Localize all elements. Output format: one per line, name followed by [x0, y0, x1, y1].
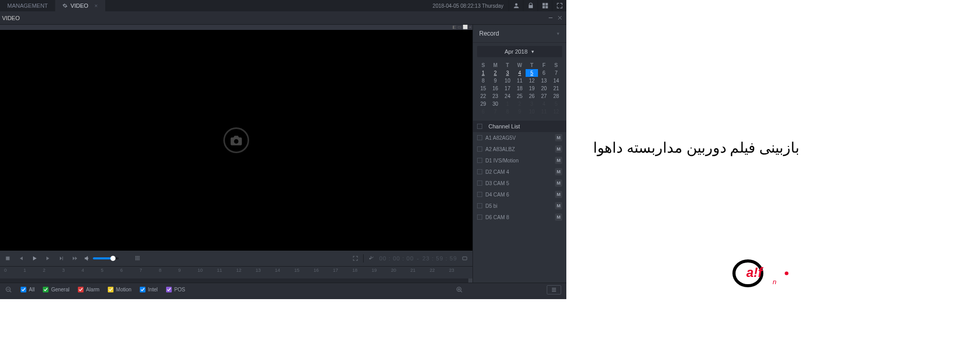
calendar-day[interactable]: 15	[477, 85, 489, 92]
calendar-day[interactable]: 29	[477, 100, 489, 108]
channel-item[interactable]: A1 A82AG5VM	[473, 132, 566, 143]
channel-item[interactable]: D2 CAM 4M	[473, 166, 566, 177]
calendar-day[interactable]: 1	[477, 69, 489, 77]
calendar-day[interactable]: 27	[538, 92, 550, 100]
stream-badge[interactable]: M	[555, 179, 562, 187]
checkbox[interactable]	[477, 203, 482, 208]
volume-slider[interactable]	[93, 257, 119, 259]
channel-item[interactable]: A2 A83ALBZM	[473, 143, 566, 155]
calendar-day[interactable]: 11	[514, 77, 526, 85]
stream-badge[interactable]: M	[555, 191, 562, 198]
calendar-day[interactable]: 6	[538, 69, 550, 77]
calendar-day[interactable]: 4	[538, 100, 550, 108]
list-view-button[interactable]	[547, 285, 561, 294]
play-button[interactable]	[30, 254, 39, 263]
video-viewport[interactable]	[0, 30, 472, 251]
stream-badge[interactable]: M	[555, 134, 562, 141]
calendar-day[interactable]: 2	[489, 69, 502, 77]
checkbox[interactable]	[477, 169, 482, 174]
calendar-day[interactable]: 10	[501, 77, 514, 85]
vt-icon[interactable]: ▭	[458, 25, 462, 30]
calendar-day[interactable]: 22	[477, 92, 489, 100]
channel-item[interactable]: D1 IVS/MotionM	[473, 155, 566, 166]
stream-badge[interactable]: M	[555, 157, 562, 164]
step-fwd-button[interactable]	[43, 254, 53, 263]
calendar-day[interactable]: 9	[489, 77, 502, 85]
calendar-day[interactable]: 5	[526, 69, 538, 77]
clip-button[interactable]	[367, 254, 376, 263]
checkbox[interactable]	[477, 135, 482, 140]
calendar-day[interactable]: 7	[489, 108, 502, 116]
checkbox[interactable]	[477, 180, 482, 186]
filter-all[interactable]: All	[21, 287, 35, 292]
close-icon[interactable]	[555, 13, 564, 23]
calendar-day[interactable]: 1	[501, 100, 514, 108]
month-selector[interactable]: Apr 2018▼	[477, 46, 562, 57]
calendar-day[interactable]: 23	[489, 92, 502, 100]
filter-motion[interactable]: Motion	[108, 287, 132, 292]
checkbox[interactable]	[477, 192, 482, 197]
calendar-day[interactable]: 16	[489, 85, 502, 92]
calendar-day[interactable]: 8	[477, 77, 489, 85]
calendar-day[interactable]: 9	[514, 108, 526, 116]
stream-badge[interactable]: M	[555, 145, 562, 153]
calendar-day[interactable]: 12	[526, 77, 538, 85]
timeline[interactable]: 01234567891011121314151617181920212223	[0, 266, 472, 283]
zoom-out-button[interactable]	[5, 286, 12, 293]
calendar-day[interactable]: 20	[538, 85, 550, 92]
calendar-day[interactable]: 11	[538, 108, 550, 116]
calendar-day[interactable]: 8	[501, 108, 514, 116]
calendar-day[interactable]: 4	[514, 69, 526, 77]
calendar-day[interactable]: 2	[514, 100, 526, 108]
vt-icon[interactable]: ◧	[452, 25, 456, 30]
checkbox[interactable]	[477, 124, 482, 129]
filter-alarm[interactable]: Alarm	[78, 287, 100, 292]
channel-item[interactable]: D4 CAM 6M	[473, 189, 566, 200]
export-button[interactable]	[460, 254, 469, 263]
tab-close-icon[interactable]: ×	[94, 3, 97, 9]
zoom-in-button[interactable]	[456, 286, 463, 293]
layout-icon[interactable]	[537, 0, 552, 11]
filter-general[interactable]: General	[43, 287, 70, 292]
user-icon[interactable]	[509, 0, 523, 11]
channel-item[interactable]: D5 biM	[473, 200, 566, 211]
stop-button[interactable]	[3, 254, 12, 263]
vt-icon[interactable]: ⬜	[463, 25, 468, 30]
calendar-day[interactable]: 3	[526, 100, 538, 108]
calendar-day[interactable]: 7	[550, 69, 562, 77]
calendar-day[interactable]: 14	[550, 77, 562, 85]
stream-badge[interactable]: M	[555, 214, 562, 221]
calendar-day[interactable]: 6	[477, 108, 489, 116]
calendar-day[interactable]: 12	[550, 108, 562, 116]
slow-button[interactable]	[57, 254, 66, 263]
fullscreen-toggle-button[interactable]	[351, 254, 360, 263]
filter-intel[interactable]: Intel	[140, 287, 158, 292]
fullscreen-icon[interactable]	[552, 0, 566, 11]
calendar-day[interactable]: 19	[526, 85, 538, 92]
checkbox[interactable]	[477, 146, 482, 152]
filter-pos[interactable]: POS	[166, 287, 185, 292]
calendar-day[interactable]: 26	[526, 92, 538, 100]
volume-control[interactable]	[84, 255, 119, 262]
lock-icon[interactable]	[523, 0, 537, 11]
calendar-day[interactable]: 10	[526, 108, 538, 116]
vt-icon[interactable]: ×	[469, 25, 471, 30]
channel-item[interactable]: D6 CAM 8M	[473, 211, 566, 223]
checkbox[interactable]	[477, 158, 482, 163]
calendar-day[interactable]: 18	[514, 85, 526, 92]
stream-badge[interactable]: M	[555, 168, 562, 175]
calendar-day[interactable]: 30	[489, 100, 502, 108]
calendar-day[interactable]: 21	[550, 85, 562, 92]
calendar-day[interactable]: 17	[501, 85, 514, 92]
record-section-header[interactable]: Record ▼	[473, 25, 566, 43]
calendar-day[interactable]: 24	[501, 92, 514, 100]
tab-video[interactable]: VIDEO ×	[55, 0, 105, 11]
stream-badge[interactable]: M	[555, 202, 562, 209]
calendar-day[interactable]: 28	[550, 92, 562, 100]
tab-management[interactable]: MANAGEMENT	[0, 0, 55, 11]
calendar-day[interactable]: 25	[514, 92, 526, 100]
calendar-day[interactable]: 13	[538, 77, 550, 85]
checkbox[interactable]	[477, 215, 482, 220]
minimize-icon[interactable]	[546, 13, 555, 23]
grid-view-button[interactable]	[133, 254, 142, 263]
